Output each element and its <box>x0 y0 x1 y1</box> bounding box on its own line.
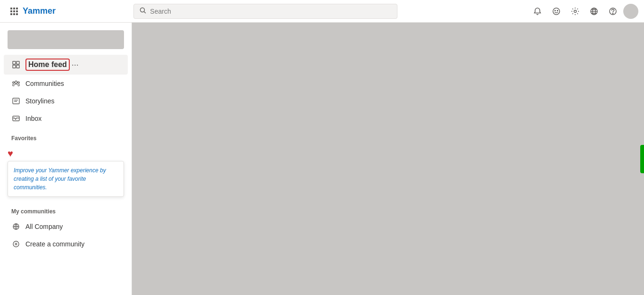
green-tab-indicator[interactable] <box>640 145 644 173</box>
svg-point-13 <box>557 10 558 11</box>
svg-rect-4 <box>13 10 15 12</box>
all-company-icon <box>11 222 21 231</box>
settings-icon[interactable] <box>567 3 584 20</box>
sidebar: Home feed ··· Communities <box>0 23 132 295</box>
all-company-label: All Company <box>25 223 120 230</box>
svg-rect-7 <box>13 13 15 15</box>
search-bar[interactable] <box>133 4 397 19</box>
communities-icon <box>11 79 21 88</box>
communities-label: Communities <box>25 80 120 87</box>
svg-point-27 <box>13 82 15 84</box>
svg-point-11 <box>553 8 560 15</box>
svg-point-14 <box>574 10 576 12</box>
svg-line-10 <box>144 11 146 13</box>
svg-rect-5 <box>16 10 18 12</box>
app-logo: Yammer <box>23 6 60 16</box>
search-input[interactable] <box>150 8 391 15</box>
favorites-heart-icon: ♥ <box>8 148 124 159</box>
svg-rect-8 <box>16 13 18 15</box>
favorites-tooltip: Improve your Yammer experience by creati… <box>8 161 124 197</box>
home-feed-icon <box>11 60 21 69</box>
main-content <box>132 23 644 295</box>
main-layout: Home feed ··· Communities <box>0 23 644 295</box>
notifications-icon[interactable] <box>529 3 546 20</box>
svg-point-12 <box>555 10 556 11</box>
emoji-icon[interactable] <box>548 3 565 20</box>
avatar[interactable] <box>623 4 638 19</box>
sidebar-item-storylines[interactable]: Storylines <box>4 93 128 110</box>
storylines-icon <box>11 96 21 106</box>
svg-point-28 <box>18 82 20 84</box>
help-icon[interactable] <box>604 3 621 20</box>
svg-rect-3 <box>10 10 12 12</box>
svg-rect-1 <box>13 8 15 9</box>
svg-rect-24 <box>13 65 16 68</box>
sidebar-item-create-community[interactable]: Create a community <box>4 236 128 253</box>
storylines-label: Storylines <box>25 97 120 105</box>
topnav-right-icons <box>529 3 638 20</box>
inbox-icon <box>11 114 21 123</box>
svg-point-26 <box>15 81 17 84</box>
grid-icon[interactable] <box>6 3 23 20</box>
favorites-section-title: Favorites <box>0 127 132 144</box>
svg-point-9 <box>140 8 145 12</box>
svg-rect-6 <box>10 13 12 15</box>
sidebar-item-communities[interactable]: Communities <box>4 75 128 92</box>
my-communities-section-title: My communities <box>0 201 132 218</box>
home-feed-label: Home feed <box>25 59 70 71</box>
inbox-label: Inbox <box>25 115 120 122</box>
sidebar-item-home-feed[interactable]: Home feed ··· <box>4 55 128 75</box>
svg-rect-23 <box>17 61 19 64</box>
home-feed-more-icon[interactable]: ··· <box>70 60 81 70</box>
svg-point-21 <box>612 13 613 13</box>
svg-rect-25 <box>17 65 19 68</box>
sidebar-item-all-company[interactable]: All Company <box>4 218 128 235</box>
profile-placeholder <box>8 30 124 49</box>
svg-rect-22 <box>13 61 16 64</box>
create-community-label: Create a community <box>25 240 120 248</box>
create-community-icon <box>11 239 21 249</box>
sidebar-item-inbox[interactable]: Inbox <box>4 110 128 127</box>
svg-rect-0 <box>10 8 12 9</box>
search-icon <box>140 7 146 16</box>
svg-rect-29 <box>13 98 19 104</box>
top-navigation: Yammer <box>0 0 644 23</box>
svg-rect-2 <box>16 8 18 9</box>
globe-icon[interactable] <box>586 3 603 20</box>
